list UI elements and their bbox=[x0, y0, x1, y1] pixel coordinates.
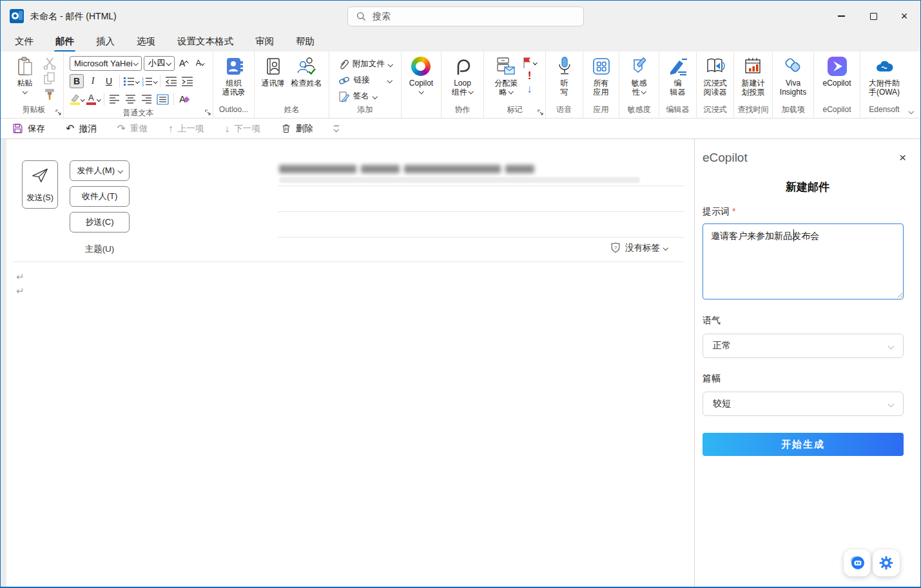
ecopilot-ribbon-button[interactable]: eCopilot bbox=[820, 55, 853, 89]
font-color-button[interactable]: A bbox=[86, 92, 101, 106]
basic-text-dialog-launcher-icon[interactable] bbox=[205, 109, 211, 115]
increase-indent-button[interactable] bbox=[180, 74, 194, 88]
tab-help[interactable]: 帮助 bbox=[295, 33, 316, 50]
follow-up-flag-button[interactable] bbox=[522, 56, 537, 69]
copilot-button[interactable]: Copilot bbox=[407, 55, 435, 95]
previous-item-button[interactable]: ↑上一项 bbox=[168, 123, 204, 135]
close-window-button[interactable]: × bbox=[889, 1, 919, 32]
to-button[interactable]: 收件人(T) bbox=[70, 186, 130, 207]
settings-button[interactable] bbox=[873, 549, 900, 576]
tab-insert[interactable]: 插入 bbox=[95, 33, 116, 50]
redo-button[interactable]: ↷重做 bbox=[117, 123, 147, 135]
clipboard-dialog-launcher-icon[interactable] bbox=[55, 109, 61, 115]
search-input[interactable]: 搜索 bbox=[347, 6, 584, 26]
sensitivity-button[interactable]: 敏感 性 bbox=[628, 55, 651, 98]
undo-button[interactable]: ↶撤消 bbox=[66, 123, 96, 135]
font-size-select[interactable]: 小四 bbox=[144, 56, 175, 71]
bullet-list-button[interactable] bbox=[123, 74, 139, 88]
numbered-list-button[interactable]: 123 bbox=[141, 74, 157, 88]
ribbon-group-immersive: 沉浸式 阅读器 沉浸式 bbox=[697, 52, 734, 118]
length-select[interactable]: 较短 bbox=[703, 392, 904, 416]
viva-insights-button[interactable]: Viva Insights bbox=[778, 55, 808, 98]
italic-button[interactable]: I bbox=[86, 74, 100, 88]
shrink-font-button[interactable]: A bbox=[193, 56, 207, 70]
assign-policy-icon bbox=[496, 56, 516, 77]
cc-button[interactable]: 抄送(C) bbox=[70, 212, 130, 232]
chevron-down-icon bbox=[166, 61, 171, 66]
maximize-button[interactable] bbox=[858, 1, 888, 32]
line-spacing-button[interactable] bbox=[156, 92, 170, 106]
copy-button[interactable] bbox=[42, 71, 57, 86]
tab-file[interactable]: 文件 bbox=[14, 33, 35, 50]
search-icon bbox=[356, 12, 366, 21]
grow-font-button[interactable]: A bbox=[177, 56, 191, 70]
link-button[interactable]: 链接 bbox=[338, 73, 393, 87]
chat-bot-icon bbox=[849, 555, 866, 571]
assign-policy-button[interactable]: 分配策 略 bbox=[492, 55, 519, 98]
align-right-button[interactable] bbox=[140, 92, 154, 106]
high-importance-button[interactable]: ! bbox=[528, 70, 532, 82]
ribbon-group-ecopilot: eCopilot eCopilot bbox=[814, 52, 860, 118]
format-painter-button[interactable] bbox=[42, 87, 57, 101]
paperclip-icon bbox=[338, 59, 349, 70]
highlighter-icon bbox=[70, 93, 80, 105]
bold-button[interactable]: B bbox=[70, 74, 84, 88]
from-field-underline bbox=[278, 185, 684, 186]
cut-button[interactable] bbox=[42, 56, 57, 70]
undo-icon: ↶ bbox=[66, 124, 74, 134]
chevron-down-icon bbox=[388, 62, 393, 67]
generate-button[interactable]: 开始生成 bbox=[703, 433, 904, 456]
tab-review[interactable]: 审阅 bbox=[254, 33, 275, 50]
customize-toolbar-button[interactable] bbox=[334, 126, 339, 131]
cc-field-underline[interactable] bbox=[278, 237, 684, 238]
tab-mail[interactable]: 邮件 bbox=[54, 33, 75, 50]
decrease-indent-button[interactable] bbox=[164, 74, 178, 88]
address-book-button[interactable]: 通讯簿 bbox=[260, 55, 287, 89]
immersive-reader-button[interactable]: 沉浸式 阅读器 bbox=[702, 55, 729, 98]
dictate-button[interactable]: 听 写 bbox=[553, 55, 576, 98]
highlight-color-button[interactable] bbox=[70, 92, 84, 106]
send-button[interactable]: 发送(S) bbox=[22, 160, 58, 209]
attach-file-button[interactable]: 附加文件 bbox=[338, 57, 393, 71]
prompt-textarea[interactable]: 邀请客户来参加新品发布会 bbox=[703, 223, 904, 299]
delete-button[interactable]: 删除 bbox=[281, 123, 313, 135]
subject-field-underline[interactable] bbox=[14, 261, 684, 262]
signature-button[interactable]: 签名 bbox=[338, 90, 393, 103]
voice-group-label: 语音 bbox=[546, 104, 583, 118]
panel-close-button[interactable]: × bbox=[899, 151, 906, 165]
paste-button[interactable]: 粘贴 bbox=[11, 55, 39, 95]
loop-component-button[interactable]: Loop 组件 bbox=[450, 55, 475, 98]
tab-format-text[interactable]: 设置文本格式 bbox=[176, 33, 235, 50]
font-name-select[interactable]: Microsoft YaHei bbox=[70, 56, 142, 71]
scheduling-poll-button[interactable]: 新建计 划投票 bbox=[740, 55, 767, 98]
collaborate-group-label: 协作 bbox=[441, 104, 483, 118]
check-names-button[interactable]: 检查姓名 bbox=[289, 55, 324, 89]
org-contacts-button[interactable]: 组织 通讯录 bbox=[220, 55, 247, 98]
paste-icon bbox=[15, 56, 35, 77]
collapse-ribbon-chevron-icon[interactable] bbox=[908, 108, 913, 113]
big-attachment-helper-button[interactable]: 大附件助 手(OWA) bbox=[867, 55, 902, 98]
minimize-button[interactable] bbox=[826, 1, 856, 32]
underline-button[interactable]: U bbox=[102, 74, 116, 88]
tags-dialog-launcher-icon[interactable] bbox=[538, 109, 543, 115]
sensitivity-label-selector[interactable]: ? 没有标签 bbox=[610, 242, 668, 254]
assistant-chat-button[interactable] bbox=[844, 549, 871, 576]
align-center-button[interactable] bbox=[124, 92, 138, 106]
tab-options[interactable]: 选项 bbox=[135, 33, 157, 50]
resize-grip-icon[interactable] bbox=[897, 292, 902, 298]
to-field-underline[interactable] bbox=[278, 211, 684, 212]
chevron-down-icon bbox=[200, 61, 204, 65]
all-apps-button[interactable]: 所有 应用 bbox=[590, 55, 613, 98]
from-button[interactable]: 发件人(M) bbox=[70, 160, 130, 181]
chevron-down-icon bbox=[81, 97, 84, 101]
next-item-button[interactable]: ↓下一项 bbox=[224, 123, 260, 135]
align-left-button[interactable] bbox=[108, 92, 122, 106]
tone-select[interactable]: 正常 bbox=[703, 334, 904, 358]
save-button[interactable]: 保存 bbox=[12, 123, 45, 135]
clear-formatting-button[interactable]: A bbox=[177, 92, 191, 106]
low-importance-button[interactable]: ↓ bbox=[527, 83, 532, 96]
ribbon-group-addins: Viva Insights 加载项 bbox=[773, 52, 814, 118]
editor-button[interactable]: 编 辑器 bbox=[666, 55, 690, 98]
find-time-group-label: 查找时间 bbox=[734, 104, 772, 118]
decrease-indent-icon bbox=[165, 76, 177, 86]
